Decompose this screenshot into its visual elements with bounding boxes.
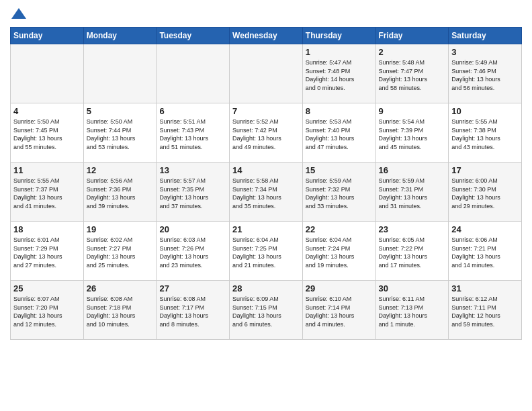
calendar-cell: 13Sunrise: 5:57 AM Sunset: 7:35 PM Dayli… — [157, 163, 230, 222]
day-info: Sunrise: 5:54 AM Sunset: 7:39 PM Dayligh… — [379, 118, 446, 151]
day-number: 28 — [232, 283, 300, 293]
day-info: Sunrise: 6:04 AM Sunset: 7:25 PM Dayligh… — [232, 236, 300, 269]
day-info: Sunrise: 6:05 AM Sunset: 7:22 PM Dayligh… — [379, 236, 446, 269]
day-info: Sunrise: 5:52 AM Sunset: 7:42 PM Dayligh… — [232, 118, 300, 151]
day-info: Sunrise: 5:58 AM Sunset: 7:34 PM Dayligh… — [232, 177, 300, 210]
day-number: 6 — [159, 106, 226, 116]
day-number: 21 — [232, 224, 300, 234]
day-number: 12 — [87, 165, 154, 175]
calendar-cell: 21Sunrise: 6:04 AM Sunset: 7:25 PM Dayli… — [230, 222, 303, 281]
calendar-cell: 29Sunrise: 6:10 AM Sunset: 7:14 PM Dayli… — [302, 281, 375, 340]
weekday-header-wednesday: Wednesday — [230, 28, 303, 44]
calendar-cell: 24Sunrise: 6:06 AM Sunset: 7:21 PM Dayli… — [449, 222, 522, 281]
day-info: Sunrise: 6:10 AM Sunset: 7:14 PM Dayligh… — [306, 295, 373, 328]
calendar-cell: 27Sunrise: 6:08 AM Sunset: 7:17 PM Dayli… — [157, 281, 230, 340]
calendar-cell: 22Sunrise: 6:04 AM Sunset: 7:24 PM Dayli… — [302, 222, 375, 281]
day-number: 16 — [379, 165, 446, 175]
day-info: Sunrise: 5:59 AM Sunset: 7:31 PM Dayligh… — [379, 177, 446, 210]
calendar-table: SundayMondayTuesdayWednesdayThursdayFrid… — [10, 27, 522, 340]
calendar-cell: 6Sunrise: 5:51 AM Sunset: 7:43 PM Daylig… — [157, 103, 230, 163]
calendar-cell — [83, 44, 157, 103]
day-info: Sunrise: 6:08 AM Sunset: 7:18 PM Dayligh… — [87, 295, 154, 328]
weekday-header-sunday: Sunday — [11, 28, 84, 44]
day-number: 22 — [306, 224, 373, 234]
header — [10, 7, 522, 21]
day-number: 9 — [379, 106, 446, 116]
day-number: 17 — [451, 165, 519, 175]
calendar-cell: 16Sunrise: 5:59 AM Sunset: 7:31 PM Dayli… — [375, 163, 449, 222]
day-info: Sunrise: 6:06 AM Sunset: 7:21 PM Dayligh… — [451, 236, 519, 269]
day-number: 20 — [159, 224, 226, 234]
day-number: 18 — [13, 224, 81, 234]
day-info: Sunrise: 5:53 AM Sunset: 7:40 PM Dayligh… — [306, 118, 373, 151]
weekday-header-row: SundayMondayTuesdayWednesdayThursdayFrid… — [11, 28, 522, 44]
calendar-week-row: 1Sunrise: 5:47 AM Sunset: 7:48 PM Daylig… — [11, 44, 522, 103]
day-info: Sunrise: 6:04 AM Sunset: 7:24 PM Dayligh… — [306, 236, 373, 269]
day-number: 3 — [451, 47, 519, 57]
day-number: 24 — [451, 224, 519, 234]
day-info: Sunrise: 5:48 AM Sunset: 7:47 PM Dayligh… — [379, 58, 446, 92]
day-info: Sunrise: 5:49 AM Sunset: 7:46 PM Dayligh… — [451, 58, 519, 92]
day-number: 14 — [232, 165, 300, 175]
day-number: 31 — [451, 283, 519, 293]
day-number: 10 — [451, 106, 519, 116]
day-info: Sunrise: 6:09 AM Sunset: 7:15 PM Dayligh… — [232, 295, 300, 328]
day-info: Sunrise: 6:00 AM Sunset: 7:30 PM Dayligh… — [451, 177, 519, 210]
day-info: Sunrise: 6:03 AM Sunset: 7:26 PM Dayligh… — [159, 236, 226, 269]
calendar-week-row: 18Sunrise: 6:01 AM Sunset: 7:29 PM Dayli… — [11, 222, 522, 281]
day-info: Sunrise: 5:47 AM Sunset: 7:48 PM Dayligh… — [306, 58, 373, 92]
calendar-cell: 2Sunrise: 5:48 AM Sunset: 7:47 PM Daylig… — [375, 44, 449, 103]
calendar-cell: 12Sunrise: 5:56 AM Sunset: 7:36 PM Dayli… — [83, 163, 157, 222]
calendar-cell — [11, 44, 84, 103]
day-info: Sunrise: 6:01 AM Sunset: 7:29 PM Dayligh… — [13, 236, 81, 269]
day-number: 27 — [159, 283, 226, 293]
day-number: 11 — [13, 165, 81, 175]
day-number: 30 — [379, 283, 446, 293]
day-info: Sunrise: 5:57 AM Sunset: 7:35 PM Dayligh… — [159, 177, 226, 210]
day-info: Sunrise: 5:50 AM Sunset: 7:44 PM Dayligh… — [87, 118, 154, 151]
svg-marker-0 — [11, 8, 26, 19]
calendar-cell: 31Sunrise: 6:12 AM Sunset: 7:11 PM Dayli… — [449, 281, 522, 340]
calendar-cell: 17Sunrise: 6:00 AM Sunset: 7:30 PM Dayli… — [449, 163, 522, 222]
calendar-cell: 10Sunrise: 5:55 AM Sunset: 7:38 PM Dayli… — [449, 103, 522, 163]
calendar-cell: 4Sunrise: 5:50 AM Sunset: 7:45 PM Daylig… — [11, 103, 84, 163]
weekday-header-friday: Friday — [375, 28, 449, 44]
day-number: 19 — [87, 224, 154, 234]
day-number: 29 — [306, 283, 373, 293]
logo — [10, 7, 28, 21]
day-info: Sunrise: 5:55 AM Sunset: 7:38 PM Dayligh… — [451, 118, 519, 151]
calendar-cell: 15Sunrise: 5:59 AM Sunset: 7:32 PM Dayli… — [302, 163, 375, 222]
calendar-cell: 26Sunrise: 6:08 AM Sunset: 7:18 PM Dayli… — [83, 281, 157, 340]
day-number: 5 — [87, 106, 154, 116]
day-info: Sunrise: 5:59 AM Sunset: 7:32 PM Dayligh… — [306, 177, 373, 210]
day-number: 2 — [379, 47, 446, 57]
day-info: Sunrise: 6:02 AM Sunset: 7:27 PM Dayligh… — [87, 236, 154, 269]
day-number: 13 — [159, 165, 226, 175]
calendar-cell: 11Sunrise: 5:55 AM Sunset: 7:37 PM Dayli… — [11, 163, 84, 222]
calendar-cell: 20Sunrise: 6:03 AM Sunset: 7:26 PM Dayli… — [157, 222, 230, 281]
day-number: 26 — [87, 283, 154, 293]
calendar-cell: 1Sunrise: 5:47 AM Sunset: 7:48 PM Daylig… — [302, 44, 375, 103]
day-number: 25 — [13, 283, 81, 293]
calendar-cell: 9Sunrise: 5:54 AM Sunset: 7:39 PM Daylig… — [375, 103, 449, 163]
day-info: Sunrise: 5:55 AM Sunset: 7:37 PM Dayligh… — [13, 177, 81, 210]
day-info: Sunrise: 6:11 AM Sunset: 7:13 PM Dayligh… — [379, 295, 446, 328]
page-container: SundayMondayTuesdayWednesdayThursdayFrid… — [0, 0, 532, 345]
day-number: 1 — [306, 47, 373, 57]
weekday-header-monday: Monday — [83, 28, 157, 44]
day-info: Sunrise: 5:51 AM Sunset: 7:43 PM Dayligh… — [159, 118, 226, 151]
calendar-cell: 19Sunrise: 6:02 AM Sunset: 7:27 PM Dayli… — [83, 222, 157, 281]
calendar-cell — [157, 44, 230, 103]
weekday-header-saturday: Saturday — [449, 28, 522, 44]
weekday-header-tuesday: Tuesday — [157, 28, 230, 44]
day-number: 7 — [232, 106, 300, 116]
calendar-cell: 7Sunrise: 5:52 AM Sunset: 7:42 PM Daylig… — [230, 103, 303, 163]
day-info: Sunrise: 5:56 AM Sunset: 7:36 PM Dayligh… — [87, 177, 154, 210]
day-info: Sunrise: 6:08 AM Sunset: 7:17 PM Dayligh… — [159, 295, 226, 328]
day-number: 8 — [306, 106, 373, 116]
calendar-cell: 18Sunrise: 6:01 AM Sunset: 7:29 PM Dayli… — [11, 222, 84, 281]
calendar-cell: 23Sunrise: 6:05 AM Sunset: 7:22 PM Dayli… — [375, 222, 449, 281]
calendar-cell: 8Sunrise: 5:53 AM Sunset: 7:40 PM Daylig… — [302, 103, 375, 163]
calendar-week-row: 11Sunrise: 5:55 AM Sunset: 7:37 PM Dayli… — [11, 163, 522, 222]
logo-icon — [11, 7, 26, 21]
